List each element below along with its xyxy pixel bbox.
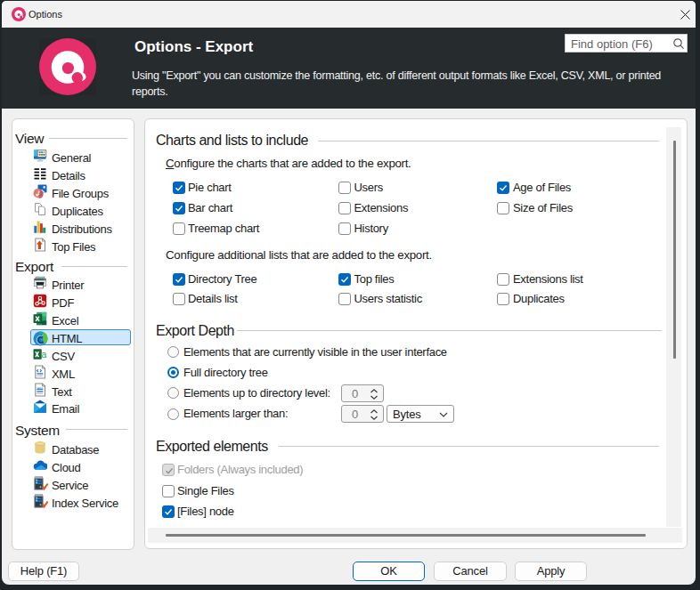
svg-text:a,: a, (42, 349, 47, 360)
